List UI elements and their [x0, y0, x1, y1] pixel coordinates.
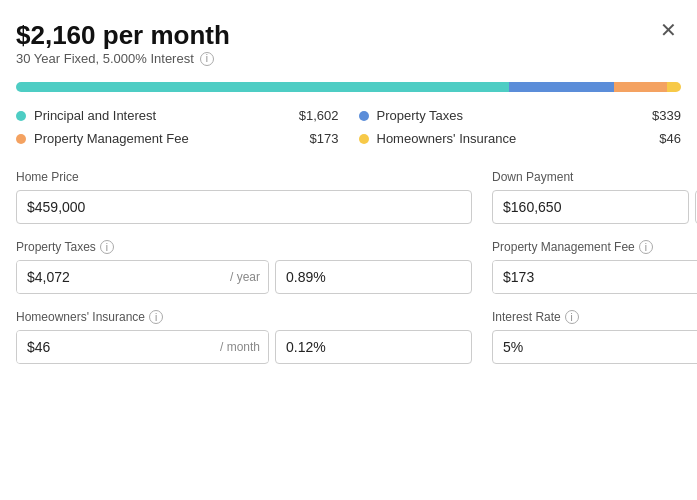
down-payment-field: Down Payment [492, 170, 697, 224]
close-button[interactable]: ✕ [656, 20, 681, 40]
property-taxes-info-icon[interactable]: i [100, 240, 114, 254]
legend-principal: Principal and Interest $1,602 [16, 108, 339, 123]
down-payment-inputs [492, 190, 697, 224]
legend-insurance: Homeowners' Insurance $46 [359, 131, 682, 146]
property-mgmt-amount-input[interactable] [493, 261, 697, 293]
homeowners-insurance-info-icon[interactable]: i [149, 310, 163, 324]
insurance-label: Homeowners' Insurance [377, 131, 517, 146]
interest-rate-field: Interest Rate i [492, 310, 697, 364]
legend-mgmt: Property Management Fee $173 [16, 131, 339, 146]
interest-rate-input[interactable] [492, 330, 697, 364]
property-taxes-field: Property Taxes i / year [16, 240, 472, 294]
taxes-bar-segment [509, 82, 613, 92]
subtitle-info-icon[interactable]: i [200, 52, 214, 66]
monthly-payment-title: $2,160 per month [16, 20, 230, 51]
mgmt-value: $173 [310, 131, 339, 146]
modal-header: $2,160 per month 30 Year Fixed, 5.000% I… [16, 20, 681, 78]
interest-rate-label: Interest Rate i [492, 310, 697, 324]
homeowners-insurance-suffix: / month [212, 332, 268, 362]
mortgage-form: Home Price Down Payment Property Taxes i… [16, 170, 681, 364]
insurance-bar-segment [667, 82, 681, 92]
insurance-dot [359, 134, 369, 144]
cost-breakdown-bar [16, 82, 681, 92]
property-mgmt-label: Property Management Fee i [492, 240, 697, 254]
property-taxes-inputs: / year [16, 260, 472, 294]
property-mgmt-amount-wrapper: / month [492, 260, 697, 294]
cost-legend: Principal and Interest $1,602 Property T… [16, 108, 681, 146]
property-taxes-label: Property Taxes i [16, 240, 472, 254]
taxes-dot [359, 111, 369, 121]
principal-value: $1,602 [299, 108, 339, 123]
property-mgmt-field: Property Management Fee i / month [492, 240, 697, 294]
property-taxes-amount-wrapper: / year [16, 260, 269, 294]
principal-label: Principal and Interest [34, 108, 156, 123]
homeowners-insurance-amount-input[interactable] [17, 331, 212, 363]
principal-dot [16, 111, 26, 121]
homeowners-insurance-amount-wrapper: / month [16, 330, 269, 364]
taxes-value: $339 [652, 108, 681, 123]
home-price-input[interactable] [16, 190, 472, 224]
legend-taxes: Property Taxes $339 [359, 108, 682, 123]
homeowners-insurance-percent-input[interactable] [275, 330, 472, 364]
homeowners-insurance-field: Homeowners' Insurance i / month [16, 310, 472, 364]
property-taxes-percent-input[interactable] [275, 260, 472, 294]
down-payment-label: Down Payment [492, 170, 697, 184]
mgmt-label: Property Management Fee [34, 131, 189, 146]
property-taxes-suffix: / year [222, 262, 268, 292]
home-price-field: Home Price [16, 170, 472, 224]
property-mgmt-info-icon[interactable]: i [639, 240, 653, 254]
principal-bar-segment [16, 82, 509, 92]
loan-subtitle: 30 Year Fixed, 5.000% Interest i [16, 51, 230, 66]
home-price-label: Home Price [16, 170, 472, 184]
interest-rate-info-icon[interactable]: i [565, 310, 579, 324]
homeowners-insurance-label: Homeowners' Insurance i [16, 310, 472, 324]
property-taxes-amount-input[interactable] [17, 261, 222, 293]
mgmt-bar-segment [614, 82, 667, 92]
homeowners-insurance-inputs: / month [16, 330, 472, 364]
down-payment-amount-input[interactable] [492, 190, 689, 224]
insurance-value: $46 [659, 131, 681, 146]
taxes-label: Property Taxes [377, 108, 463, 123]
mgmt-dot [16, 134, 26, 144]
